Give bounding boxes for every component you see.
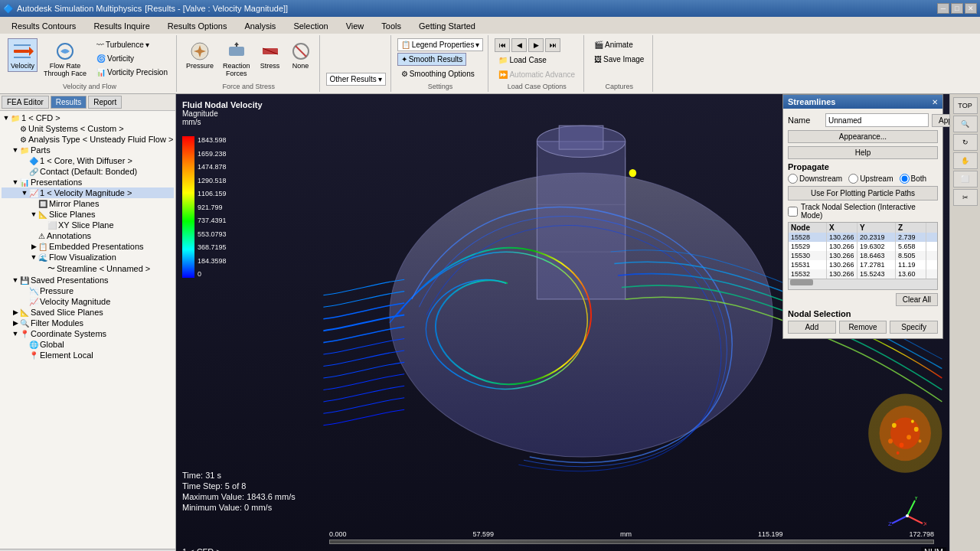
track-nodal-checkbox[interactable] xyxy=(788,207,798,217)
tab-analysis[interactable]: Analysis xyxy=(236,18,284,34)
btn-velocity[interactable]: Velocity xyxy=(8,38,38,72)
clear-all-btn[interactable]: Clear All xyxy=(896,293,938,306)
viewport[interactable]: Fluid Nodal Velocity Magnitude mm/s 1843… xyxy=(176,94,949,551)
toggle-coord[interactable]: ▼ xyxy=(11,330,20,337)
name-input[interactable] xyxy=(825,113,929,127)
table-row-2[interactable]: 15530 130.266 18.6463 8.505 xyxy=(789,251,937,260)
btn-play-forward[interactable]: ▶ xyxy=(528,38,544,52)
tab-results-inquire[interactable]: Results Inquire xyxy=(85,18,158,34)
viewport-unit: mm/s xyxy=(182,118,263,126)
btn-play-start[interactable]: ⏮ xyxy=(495,38,510,52)
tree-item-xy-slice[interactable]: ⬜ XY Slice Plane xyxy=(2,220,174,230)
btn-load-case[interactable]: 📁 Load Case xyxy=(495,54,550,67)
btn-play-back[interactable]: ◀ xyxy=(511,38,527,52)
table-row-4[interactable]: 15532 130.266 15.5243 13.60 xyxy=(789,269,937,279)
sidebar-fit-btn[interactable]: ⬜ xyxy=(953,171,978,187)
btn-other-results[interactable]: Other Results ▾ xyxy=(326,73,386,86)
help-btn[interactable]: Help xyxy=(788,146,938,159)
toggle-flow-vis[interactable]: ▼ xyxy=(29,253,38,261)
sidebar-zoom-btn[interactable]: 🔍 xyxy=(953,116,978,132)
table-row-1[interactable]: 15529 130.266 19.6302 5.658 xyxy=(789,242,937,251)
specify-btn[interactable]: Specify xyxy=(890,321,938,334)
tab-view[interactable]: View xyxy=(338,18,373,34)
table-row-3[interactable]: 15531 130.266 17.2781 11.19 xyxy=(789,260,937,269)
toggle-saved[interactable]: ▼ xyxy=(11,276,20,284)
tab-fea-editor[interactable]: FEA Editor xyxy=(2,96,49,109)
btn-animate[interactable]: 🎬 Animate xyxy=(590,38,637,51)
tab-getting-started[interactable]: Getting Started xyxy=(410,18,484,34)
tree-item-flow-vis[interactable]: ▼ 🌊 Flow Visualization xyxy=(2,252,174,262)
load-case-icon: 📁 xyxy=(498,56,508,64)
particle-paths-btn[interactable]: Use For Plotting Particle Paths xyxy=(788,186,938,201)
appearance-btn[interactable]: Appearance... xyxy=(788,130,938,143)
tree-item-velocity-mag-saved[interactable]: 📈 Velocity Magnitude xyxy=(2,296,174,307)
btn-stress[interactable]: Stress xyxy=(256,38,284,72)
tree-item-mirror-planes[interactable]: 🔲 Mirror Planes xyxy=(2,198,174,209)
btn-save-image[interactable]: 🖼 Save Image xyxy=(590,53,648,66)
btn-vorticity-precision[interactable]: 📊 Vorticity Precision xyxy=(93,66,172,79)
tree-item-velocity-mag[interactable]: ▼ 📈 1 < Velocity Magnitude > xyxy=(2,187,174,198)
maximize-btn[interactable]: □ xyxy=(951,3,963,14)
tree-item-saved-presentations[interactable]: ▼ 💾 Saved Presentations xyxy=(2,275,174,285)
tab-results[interactable]: Results xyxy=(51,96,87,109)
toggle-embedded[interactable]: ▶ xyxy=(29,243,38,250)
toggle-presentations[interactable]: ▼ xyxy=(11,178,20,186)
table-row-0[interactable]: 15528 130.266 20.2319 2.739 xyxy=(789,233,937,242)
table-scrollbar[interactable] xyxy=(789,279,937,289)
tab-results-contours[interactable]: Results Contours xyxy=(3,18,84,34)
toggle-velocity-mag[interactable]: ▼ xyxy=(20,189,29,197)
tree-item-core[interactable]: 🔷 1 < Core, With Diffuser > xyxy=(2,155,174,166)
toggle-parts[interactable]: ▼ xyxy=(11,146,20,154)
tree-item-contact[interactable]: 🔗 Contact (Default: Bonded) xyxy=(2,166,174,177)
close-btn[interactable]: ✕ xyxy=(965,3,977,14)
add-btn[interactable]: Add xyxy=(788,321,836,334)
toggle-filter[interactable]: ▶ xyxy=(11,319,20,327)
tree-item-unit-systems[interactable]: ⚙ Unit Systems < Custom > xyxy=(2,123,174,134)
tree-item-filter-modules[interactable]: ▶ 🔍 Filter Modules xyxy=(2,318,174,328)
tree-item-annotations[interactable]: ⚠ Annotations xyxy=(2,230,174,241)
toggle-slice-planes[interactable]: ▼ xyxy=(29,210,38,218)
tab-results-options[interactable]: Results Options xyxy=(159,18,236,34)
btn-none[interactable]: None xyxy=(287,38,315,72)
tab-report[interactable]: Report xyxy=(88,96,122,109)
btn-smooth-results[interactable]: ✦ Smooth Results xyxy=(397,53,467,66)
radio-downstream[interactable]: Downstream xyxy=(788,174,842,184)
tree-item-cfd[interactable]: ▼ 📁 1 < CFD > xyxy=(2,112,174,123)
tree-item-element-local[interactable]: 📍 Element Local xyxy=(2,350,174,360)
tree-item-coord-systems[interactable]: ▼ 📍 Coordinate Systems xyxy=(2,328,174,339)
tree-item-saved-slice[interactable]: ▶ 📐 Saved Slice Planes xyxy=(2,307,174,318)
btn-vorticity[interactable]: 🌀 Vorticity xyxy=(93,52,172,65)
tab-selection[interactable]: Selection xyxy=(285,18,336,34)
btn-smoothing-options[interactable]: ⚙ Smoothing Options xyxy=(397,67,479,80)
sidebar-pan-btn[interactable]: ✋ xyxy=(953,152,978,169)
remove-btn[interactable]: Remove xyxy=(839,321,887,334)
tab-tools[interactable]: Tools xyxy=(373,18,410,34)
tree-item-pressure[interactable]: 📉 Pressure xyxy=(2,285,174,296)
tree-item-embedded-presentations[interactable]: ▶ 📋 Embedded Presentations xyxy=(2,241,174,252)
btn-pressure[interactable]: Pressure xyxy=(183,38,217,72)
sidebar-rotate-btn[interactable]: ↻ xyxy=(953,134,978,151)
radio-upstream[interactable]: Upstream xyxy=(848,174,893,184)
toggle-saved-slice[interactable]: ▶ xyxy=(11,308,20,316)
radio-both[interactable]: Both xyxy=(900,174,927,184)
cfd-icon: 📁 xyxy=(11,114,20,122)
tree-item-global[interactable]: 🌐 Global xyxy=(2,339,174,350)
tree-item-presentations[interactable]: ▼ 📊 Presentations xyxy=(2,177,174,187)
legend-val-2: 1474.878 xyxy=(198,163,227,171)
toggle-cfd[interactable]: ▼ xyxy=(2,114,11,122)
none-icon xyxy=(290,41,312,62)
tree-item-parts[interactable]: ▼ 📁 Parts xyxy=(2,145,174,155)
sidebar-section-btn[interactable]: ✂ xyxy=(953,189,978,206)
btn-flow-rate[interactable]: Flow RateThrough Face xyxy=(41,38,90,80)
tree-item-slice-planes[interactable]: ▼ 📐 Slice Planes xyxy=(2,209,174,220)
sidebar-top-btn[interactable]: TOP xyxy=(953,97,978,114)
minimize-btn[interactable]: ─ xyxy=(937,3,949,14)
btn-reaction-forces[interactable]: ReactionForces xyxy=(220,38,253,80)
streamlines-close-btn[interactable]: ✕ xyxy=(932,98,938,106)
btn-turbulence[interactable]: 〰 Turbulence ▾ xyxy=(93,38,172,51)
tree-item-streamline[interactable]: 〜 Streamline < Unnamed > xyxy=(2,262,174,275)
tree-item-analysis-type[interactable]: ⚙ Analysis Type < Unsteady Fluid Flow > xyxy=(2,134,174,145)
btn-play-end[interactable]: ⏭ xyxy=(545,38,560,52)
apply-btn[interactable]: Apply xyxy=(932,114,949,127)
btn-legend-properties[interactable]: 📋 Legend Properties ▾ xyxy=(397,38,484,51)
